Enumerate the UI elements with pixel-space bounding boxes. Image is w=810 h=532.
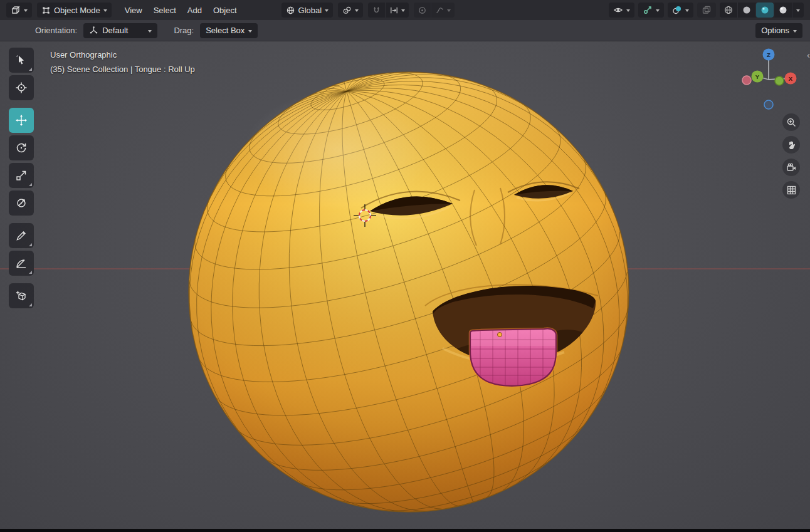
svg-text:X: X [789, 75, 793, 82]
chevron-down-icon [355, 9, 359, 12]
menu-object[interactable]: Object [208, 3, 243, 18]
options-button[interactable]: Options [755, 23, 802, 38]
proportional-edit-toggle[interactable] [414, 3, 431, 18]
sidebar-collapse-arrow[interactable]: ‹ [807, 50, 810, 60]
blender-window: Object Mode View Select Add Object Globa… [0, 0, 810, 532]
pan-button[interactable] [782, 136, 800, 154]
axis-neg-x-handle[interactable] [742, 76, 751, 85]
chevron-down-icon [626, 9, 630, 12]
drag-label: Drag: [174, 26, 194, 35]
drag-dropdown[interactable]: Select Box [200, 23, 258, 38]
viewport-nav-buttons [782, 113, 800, 199]
tool-settings-bar: Orientation: Default Drag: Select Box Op… [0, 20, 810, 41]
tweak-icon [15, 54, 28, 66]
chevron-down-icon [793, 30, 797, 33]
viewport-info-overlay: User Orthographic (35) Scene Collection … [50, 48, 195, 76]
axes-icon [89, 26, 98, 35]
falloff-selector[interactable] [431, 3, 455, 18]
menu-select[interactable]: Select [148, 3, 182, 18]
shading-solid-button[interactable] [737, 3, 755, 18]
transform-tool[interactable] [9, 190, 34, 216]
gizmos-icon [643, 5, 653, 15]
zoom-button[interactable] [782, 113, 800, 131]
annotate-tool[interactable] [9, 223, 34, 248]
annotate-icon [15, 229, 28, 242]
transform-orientation-selector[interactable]: Global [281, 3, 334, 18]
axis-y-handle[interactable]: Y [752, 71, 764, 83]
axis-x-handle[interactable]: X [785, 73, 797, 85]
transform-orientation-label: Global [298, 6, 322, 15]
grid-toggle-icon [786, 185, 797, 196]
add-cube-tool[interactable] [9, 283, 34, 308]
visibility-eye-icon [613, 5, 623, 15]
overlays-icon [672, 5, 682, 15]
toggle-xray-button[interactable] [697, 3, 716, 18]
orientation-value: Default [102, 26, 128, 35]
options-label: Options [761, 26, 789, 35]
zoom-icon [786, 117, 797, 128]
shading-wireframe-icon [723, 5, 734, 15]
object-type-visibility-button[interactable] [609, 3, 634, 18]
tongue-origin-dot [498, 333, 502, 337]
navigation-gizmo[interactable]: Z Y X [736, 44, 801, 114]
editor-type-button[interactable] [6, 3, 32, 18]
magnet-icon [372, 6, 381, 15]
proportional-edit-icon [418, 6, 427, 15]
axis-neg-z-handle[interactable] [764, 100, 773, 109]
snap-toggle[interactable] [368, 3, 385, 18]
proportional-edit-group [414, 3, 455, 18]
chevron-down-icon [325, 9, 329, 12]
cursor-icon [15, 81, 28, 94]
chevron-down-icon [103, 9, 107, 12]
pivot-icon [342, 6, 352, 15]
viewport-header: Object Mode View Select Add Object Globa… [0, 0, 810, 20]
show-overlays-button[interactable] [668, 3, 693, 18]
tool-rail [9, 48, 34, 311]
globe-icon [286, 6, 295, 15]
header-right-cluster [609, 3, 804, 18]
mode-selector-label: Object Mode [54, 6, 100, 15]
rotate-tool[interactable] [9, 135, 34, 160]
shading-dropdown[interactable] [792, 3, 804, 18]
show-gizmos-button[interactable] [638, 3, 664, 18]
pivot-point-selector[interactable] [338, 3, 363, 18]
shading-rendered-button[interactable] [774, 3, 792, 18]
shading-material-icon [760, 5, 770, 15]
collection-status-text: (35) Scene Collection | Tongue : Roll Up [50, 62, 195, 76]
chevron-down-icon [656, 9, 660, 12]
scale-icon [15, 169, 28, 182]
shading-solid-icon [742, 5, 752, 15]
menu-add[interactable]: Add [182, 3, 208, 18]
measure-tool[interactable] [9, 251, 34, 276]
emoji-head-object [189, 72, 629, 512]
axis-neg-y-handle[interactable] [775, 76, 784, 85]
shading-wireframe-button[interactable] [720, 3, 737, 18]
tweak-select-tool[interactable] [9, 48, 34, 73]
mode-selector[interactable]: Object Mode [37, 3, 112, 18]
scale-tool[interactable] [9, 163, 34, 188]
xray-icon [702, 5, 712, 15]
chevron-down-icon [24, 9, 28, 12]
move-tool[interactable] [9, 108, 34, 133]
chevron-down-icon [447, 9, 451, 12]
shading-rendered-icon [778, 5, 788, 15]
tongue-object [468, 327, 558, 386]
object-mode-icon [41, 6, 51, 15]
cursor-tool[interactable] [9, 75, 34, 100]
chevron-down-icon [248, 30, 252, 33]
transform-icon [15, 197, 28, 209]
add-cube-icon [15, 289, 28, 302]
menu-view[interactable]: View [119, 3, 148, 18]
measure-icon [15, 257, 28, 269]
camera-view-icon [786, 162, 797, 173]
axis-z-handle[interactable]: Z [763, 49, 775, 61]
falloff-icon [435, 6, 444, 15]
window-bottom-edge [0, 529, 810, 532]
snap-target-selector[interactable] [385, 3, 409, 18]
snap-target-icon [389, 6, 399, 15]
camera-view-button[interactable] [782, 159, 800, 176]
shading-material-button[interactable] [755, 3, 774, 18]
grid-toggle-button[interactable] [782, 181, 800, 199]
orientation-dropdown[interactable]: Default [83, 23, 157, 38]
viewport-canvas[interactable] [0, 0, 810, 532]
